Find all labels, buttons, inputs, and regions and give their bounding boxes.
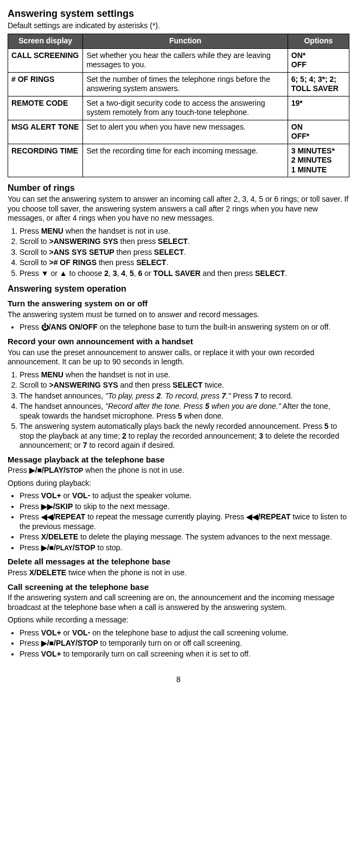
list-item: Scroll to >ANSWERING SYS then press SELE… (20, 237, 349, 247)
turn-on-off-list: Press ⏻/ANS ON/OFF on the telephone base… (8, 323, 349, 332)
td-display: CALL SCREENING (8, 48, 83, 72)
list-item: Press ▶/■/PLAY/STOP to stop. (20, 543, 349, 553)
td-options: 3 MINUTES* 2 MINUTES 1 MINUTE (288, 144, 349, 177)
repeat-icon: ◀◀/REPEAT (246, 512, 291, 521)
record-announce-steps: Press MENU when the handset is not in us… (8, 370, 349, 451)
record-announce-intro: You can use the preset announcement to a… (8, 348, 349, 367)
th-screen-display: Screen display (8, 34, 83, 49)
table-row: CALL SCREENING Set whether you hear the … (8, 48, 349, 72)
skip-icon: ▶▶/SKIP (41, 502, 73, 511)
td-function: Set whether you hear the callers while t… (83, 48, 288, 72)
th-function: Function (83, 34, 288, 49)
operation-heading: Answering system operation (8, 284, 349, 294)
num-rings-steps: Press MENU when the handset is not in us… (8, 227, 349, 279)
table-row: REMOTE CODE Set a two-digit security cod… (8, 96, 349, 120)
table-row: MSG ALERT TONE Set to alert you when you… (8, 120, 349, 144)
td-function: Set a two-digit security code to access … (83, 96, 288, 120)
td-options: 6; 5; 4; 3*; 2; TOLL SAVER (288, 72, 349, 96)
play-stop-icon: ▶/■/PLAY/ (29, 466, 66, 474)
th-options: Options (288, 34, 349, 49)
td-display: MSG ALERT TONE (8, 120, 83, 144)
td-display: REMOTE CODE (8, 96, 83, 120)
list-item: Press MENU when the handset is not in us… (20, 370, 349, 380)
td-function: Set the number of times the telephone ri… (83, 72, 288, 96)
list-item: Press ⏻/ANS ON/OFF on the telephone base… (20, 323, 349, 332)
list-item: Press VOL+ or VOL- to adjust the speaker… (20, 491, 349, 501)
record-announce-heading: Record your own announcement with a hand… (8, 337, 349, 347)
play-stop-icon: ▶/■/ (41, 543, 56, 552)
td-display: RECORDING TIME (8, 144, 83, 177)
list-item: Scroll to >ANS SYS SETUP then press SELE… (20, 248, 349, 258)
list-item: Press ▶/■/PLAY/STOP to temporarily turn … (20, 639, 349, 648)
turn-on-off-heading: Turn the answering system on or off (8, 299, 349, 309)
up-arrow-icon: ▲ (60, 269, 67, 278)
td-display: # OF RINGS (8, 72, 83, 96)
page-number: 8 (8, 675, 349, 685)
list-item: Press VOL+ or VOL- on the telephone base… (20, 628, 349, 638)
list-item: Press X/DELETE to delete the playing mes… (20, 532, 349, 542)
delete-all-text: Press X/DELETE twice when the phone is n… (8, 568, 349, 578)
table-row: RECORDING TIME Set the recording time fo… (8, 144, 349, 177)
playback-options-label: Options during playback: (8, 479, 349, 488)
list-item: Press ▶▶/SKIP to skip to the next messag… (20, 502, 349, 512)
page-title: Answering system settings (8, 8, 349, 20)
power-icon: ⏻/ANS ON/OFF (41, 323, 98, 331)
table-row: # OF RINGS Set the number of times the t… (8, 72, 349, 96)
td-options: ON OFF* (288, 120, 349, 144)
list-item: Press VOL+ to temporarily turn on call s… (20, 650, 349, 659)
settings-table: Screen display Function Options CALL SCR… (8, 34, 349, 177)
td-function: Set to alert you when you have new messa… (83, 120, 288, 144)
playback-heading: Message playback at the telephone base (8, 455, 349, 465)
call-screen-options-label: Options while recording a message: (8, 615, 349, 625)
call-screen-options-list: Press VOL+ or VOL- on the telephone base… (8, 628, 349, 659)
num-rings-heading: Number of rings (8, 183, 349, 194)
td-function: Set the recording time for each incoming… (83, 144, 288, 177)
td-options: ON* OFF (288, 48, 349, 72)
repeat-icon: ◀◀/REPEAT (41, 512, 86, 521)
list-item: The answering system automatically plays… (20, 422, 349, 451)
play-stop-icon: ▶/■/PLAY/STOP (41, 639, 98, 647)
playback-intro: Press ▶/■/PLAY/STOP when the phone is no… (8, 466, 349, 475)
list-item: Press MENU when the handset is not in us… (20, 227, 349, 236)
delete-all-heading: Delete all messages at the telephone bas… (8, 557, 349, 567)
turn-on-off-intro: The answering system must be turned on t… (8, 310, 349, 320)
call-screen-heading: Call screening at the telephone base (8, 582, 349, 593)
list-item: The handset announces, "Record after the… (20, 402, 349, 421)
call-screen-intro: If the answering system and call screeni… (8, 593, 349, 612)
playback-options-list: Press VOL+ or VOL- to adjust the speaker… (8, 491, 349, 552)
down-arrow-icon: ▼ (41, 269, 49, 278)
list-item: Press ◀◀/REPEAT to repeat the message cu… (20, 512, 349, 531)
list-item: The handset announces, "To play, press 2… (20, 391, 349, 401)
td-options: 19* (288, 96, 349, 120)
list-item: Press ▼ or ▲ to choose 2, 3, 4, 5, 6 or … (20, 269, 349, 279)
list-item: Scroll to ># OF RINGS then press SELECT. (20, 258, 349, 268)
num-rings-intro: You can set the answering system to answ… (8, 195, 349, 223)
list-item: Scroll to >ANSWERING SYS and then press … (20, 381, 349, 390)
intro-text: Default settings are indicated by asteri… (8, 21, 349, 31)
